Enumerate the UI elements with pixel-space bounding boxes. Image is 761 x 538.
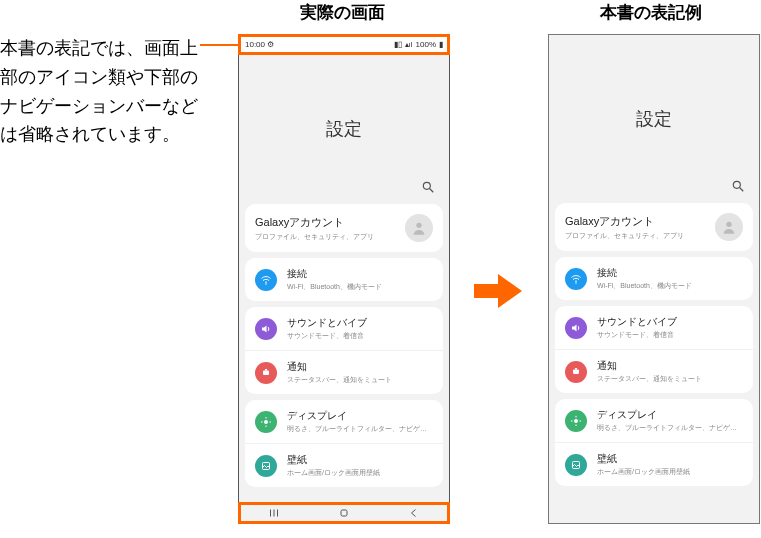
person-icon xyxy=(721,219,737,235)
home-icon xyxy=(338,507,350,519)
person-icon xyxy=(411,220,427,236)
account-sub: プロファイル、セキュリティ、アプリ xyxy=(255,232,405,242)
navbar xyxy=(239,503,449,523)
caption-text: 本書の表記では、画面上部のアイコン類や下部のナビゲーションバーなどは省略されてい… xyxy=(0,34,200,149)
search-button-r[interactable] xyxy=(731,179,745,197)
svg-rect-5 xyxy=(265,369,267,371)
group-2: サウンドとバイブサウンドモード、着信音 通知ステータスバー、通知をミュート xyxy=(245,307,443,394)
nav-recent[interactable] xyxy=(264,507,284,519)
item-notifications[interactable]: 通知ステータスバー、通知をミュート xyxy=(245,351,443,394)
account-title: Galaxyアカウント xyxy=(255,215,405,230)
gear-icon-small: ⚙ xyxy=(267,40,274,49)
statusbar: 10:00 ⚙ ▮▯ ▴ıl 100% ▮ xyxy=(239,35,449,54)
wallpaper-icon xyxy=(570,459,582,471)
phone-book: 設定 Galaxyアカウント プロファイル、セキュリティ、アプリ 接続Wi-Fi… xyxy=(548,34,760,524)
item-wallpaper-r[interactable]: 壁紙ホーム画面/ロック画面用壁紙 xyxy=(555,443,753,486)
search-icon xyxy=(421,180,435,194)
group-3-r: ディスプレイ明るさ、ブルーライトフィルター、ナビゲーションバー 壁紙ホーム画面/… xyxy=(555,399,753,486)
header-book: 本書の表記例 xyxy=(600,1,702,24)
svg-rect-4 xyxy=(263,370,269,375)
arrow-icon xyxy=(472,272,524,310)
item-wallpaper[interactable]: 壁紙ホーム画面/ロック画面用壁紙 xyxy=(245,444,443,487)
nav-back[interactable] xyxy=(404,507,424,519)
svg-point-22 xyxy=(574,419,578,423)
status-time: 10:00 ⚙ xyxy=(245,40,274,49)
svg-point-0 xyxy=(423,182,430,189)
group-1-r: 接続Wi-Fi、Bluetooth、機内モード xyxy=(555,257,753,300)
svg-line-17 xyxy=(740,188,744,192)
item-sound[interactable]: サウンドとバイブサウンドモード、着信音 xyxy=(245,307,443,351)
avatar-r xyxy=(715,213,743,241)
sound-icon xyxy=(260,323,272,335)
svg-point-2 xyxy=(416,223,421,228)
page-title: 設定 xyxy=(326,117,362,141)
battery-text: 100% xyxy=(416,40,436,49)
page-title-r: 設定 xyxy=(636,107,672,131)
item-connections-r[interactable]: 接続Wi-Fi、Bluetooth、機内モード xyxy=(555,257,753,300)
recent-icon xyxy=(268,507,280,519)
item-notifications-r[interactable]: 通知ステータスバー、通知をミュート xyxy=(555,350,753,393)
battery-icon: ▮ xyxy=(439,40,443,49)
sound-icon xyxy=(570,322,582,334)
search-button[interactable] xyxy=(421,180,435,198)
bell-icon xyxy=(260,367,272,379)
svg-point-18 xyxy=(726,222,731,227)
wifi-icon xyxy=(260,274,272,286)
bell-icon xyxy=(570,366,582,378)
avatar xyxy=(405,214,433,242)
callout-line xyxy=(200,44,240,46)
svg-rect-20 xyxy=(573,369,579,374)
display-icon xyxy=(570,415,582,427)
svg-rect-15 xyxy=(341,510,347,516)
settings-list-r: Galaxyアカウント プロファイル、セキュリティ、アプリ 接続Wi-Fi、Bl… xyxy=(549,203,759,486)
svg-point-19 xyxy=(575,282,577,284)
phone-actual: 10:00 ⚙ ▮▯ ▴ıl 100% ▮ 設定 Galaxyアカウント プロフ… xyxy=(238,34,450,524)
display-icon xyxy=(260,416,272,428)
wallpaper-icon xyxy=(260,460,272,472)
account-card[interactable]: Galaxyアカウント プロファイル、セキュリティ、アプリ xyxy=(245,204,443,252)
wifi-icon xyxy=(570,273,582,285)
item-display[interactable]: ディスプレイ明るさ、ブルーライトフィルター、ナビゲーションバー xyxy=(245,400,443,444)
svg-line-1 xyxy=(430,189,434,193)
account-card-r[interactable]: Galaxyアカウント プロファイル、セキュリティ、アプリ xyxy=(555,203,753,251)
item-sound-r[interactable]: サウンドとバイブサウンドモード、着信音 xyxy=(555,306,753,350)
nav-home[interactable] xyxy=(334,507,354,519)
item-connections[interactable]: 接続Wi-Fi、Bluetooth、機内モード xyxy=(245,258,443,301)
back-icon xyxy=(408,507,420,519)
svg-point-3 xyxy=(265,283,267,285)
svg-point-16 xyxy=(733,181,740,188)
group-2-r: サウンドとバイブサウンドモード、着信音 通知ステータスバー、通知をミュート xyxy=(555,306,753,393)
svg-point-6 xyxy=(264,420,268,424)
signal-icon: ▮▯ ▴ıl xyxy=(394,40,412,49)
item-display-r[interactable]: ディスプレイ明るさ、ブルーライトフィルター、ナビゲーションバー xyxy=(555,399,753,443)
search-icon xyxy=(731,179,745,193)
group-3: ディスプレイ明るさ、ブルーライトフィルター、ナビゲーションバー 壁紙ホーム画面/… xyxy=(245,400,443,487)
settings-list: Galaxyアカウント プロファイル、セキュリティ、アプリ 接続Wi-Fi、Bl… xyxy=(239,204,449,487)
header-actual: 実際の画面 xyxy=(300,1,385,24)
title-zone: 設定 xyxy=(239,54,449,204)
title-zone-r: 設定 xyxy=(549,35,759,203)
group-1: 接続Wi-Fi、Bluetooth、機内モード xyxy=(245,258,443,301)
svg-rect-21 xyxy=(575,368,577,370)
